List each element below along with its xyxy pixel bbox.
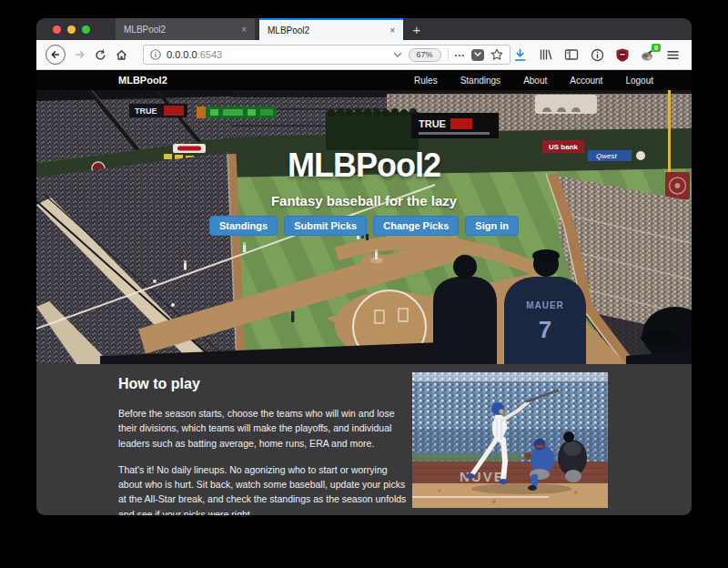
how-to-play-paragraph-1: Before the season starts, choose the tea… — [118, 406, 408, 451]
site-navbar: MLBPool2 Rules Standings About Account L… — [36, 70, 692, 90]
hero-subtitle: Fantasy baseball for the lazy — [271, 193, 457, 208]
banner-budweiser — [173, 144, 206, 153]
reload-icon — [95, 49, 106, 61]
browser-toolbar: 0.0.0.0:6543 67% ••• — [36, 40, 692, 70]
reload-button[interactable] — [92, 46, 108, 63]
svg-text:TRUE: TRUE — [135, 106, 157, 116]
hero-buttons: Standings Submit Picks Change Picks Sign… — [209, 216, 519, 236]
how-to-play-paragraph-2: That's it! No daily lineups. No agonizin… — [118, 462, 408, 515]
url-host: 0.0.0.0 — [167, 49, 197, 60]
extension-badge-count: 0 — [652, 44, 661, 52]
svg-text:US bank: US bank — [549, 143, 579, 151]
downloads-icon[interactable] — [513, 48, 527, 62]
hero-title: MLBPool2 — [288, 147, 440, 185]
library-icon[interactable] — [539, 48, 552, 61]
svg-text:Qwest: Qwest — [596, 152, 617, 160]
site-info-icon[interactable] — [150, 49, 161, 60]
nav-link-about[interactable]: About — [523, 76, 547, 86]
tab-mlbpool2-background[interactable]: MLBPool2 × — [116, 18, 255, 40]
page-zoom-indicator[interactable]: 67% — [409, 48, 441, 62]
scoreboard-strip — [197, 106, 277, 118]
banner-usbank: US bank — [542, 140, 584, 153]
url-port: :6543 — [197, 49, 223, 60]
browser-window: MLBPool2 × MLBPool2 × + — [36, 18, 692, 515]
wall-badge — [636, 151, 645, 160]
screenshot-background: { "browser": { "tabs": [ {"title": "MLBP… — [0, 0, 728, 568]
home-button[interactable] — [113, 46, 129, 63]
change-picks-button[interactable]: Change Picks — [373, 216, 459, 236]
extension-icon[interactable]: 0 — [641, 48, 654, 62]
ublock-shield-icon[interactable] — [616, 48, 629, 62]
how-to-play-text: How to play Before the season starts, ch… — [118, 376, 408, 515]
banner-trueblood-right: TRUE — [411, 113, 499, 138]
home-icon — [116, 49, 127, 61]
back-arrow-icon — [50, 49, 61, 60]
tab-title: MLBPool2 — [268, 25, 309, 36]
close-window-button[interactable] — [53, 25, 61, 34]
navbar-links: Rules Standings About Account Logout — [414, 76, 653, 86]
tab-mlbpool2-active[interactable]: MLBPool2 × — [259, 18, 403, 40]
toolbar-right-icons: 0 — [513, 48, 682, 62]
jersey-name: MAUER — [526, 300, 564, 310]
url-text[interactable]: 0.0.0.0:6543 — [167, 49, 222, 60]
forward-arrow-icon — [74, 49, 86, 60]
hero-section: TRUE TRUE — [36, 90, 692, 364]
window-controls — [36, 18, 103, 40]
sign-in-button[interactable]: Sign in — [465, 216, 519, 236]
pocket-icon[interactable] — [471, 49, 484, 61]
zoom-window-button[interactable] — [82, 25, 90, 34]
tab-title: MLBPool2 — [124, 25, 166, 35]
jersey-number: 7 — [539, 316, 551, 343]
navbar-brand[interactable]: MLBPool2 — [118, 75, 167, 86]
batter-photo: NUVE — [412, 372, 608, 508]
nav-link-account[interactable]: Account — [570, 76, 602, 86]
bookmark-star-icon[interactable] — [490, 48, 503, 61]
url-dropdown-icon[interactable] — [393, 52, 402, 58]
new-tab-button[interactable]: + — [403, 18, 430, 40]
submit-picks-button[interactable]: Submit Picks — [284, 216, 367, 236]
banner-truehd-left: TRUE — [129, 104, 187, 117]
banner-qwest: Qwest — [588, 150, 632, 161]
how-to-play-heading: How to play — [118, 376, 408, 392]
nav-link-rules[interactable]: Rules — [414, 76, 438, 86]
sidebar-icon[interactable] — [564, 48, 579, 61]
close-tab-icon[interactable]: × — [389, 25, 395, 36]
standings-button[interactable]: Standings — [209, 216, 278, 236]
hamburger-menu-icon[interactable] — [666, 49, 680, 61]
red-sign — [665, 172, 690, 199]
url-bar[interactable]: 0.0.0.0:6543 67% ••• — [143, 45, 511, 65]
forward-button[interactable] — [71, 46, 87, 63]
svg-text:TRUE: TRUE — [419, 118, 446, 129]
nav-link-standings[interactable]: Standings — [460, 76, 500, 86]
page-actions-icon[interactable]: ••• — [455, 51, 465, 59]
how-to-play-section: How to play Before the season starts, ch… — [36, 364, 692, 515]
minimize-window-button[interactable] — [67, 25, 76, 34]
tab-bar: MLBPool2 × MLBPool2 × + — [36, 18, 692, 40]
close-tab-icon[interactable]: × — [241, 25, 247, 35]
back-button[interactable] — [46, 45, 66, 65]
extension-info-icon[interactable] — [591, 48, 604, 62]
toolbar-separator — [448, 48, 449, 61]
nav-link-logout[interactable]: Logout — [625, 76, 653, 86]
